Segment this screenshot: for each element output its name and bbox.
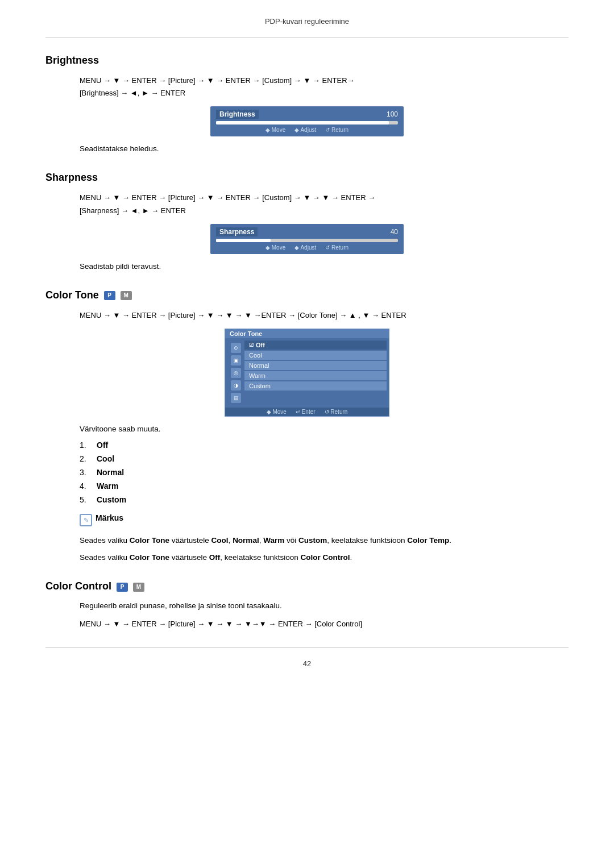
note-title: Märkus [96, 513, 123, 522]
badge-m: M [121, 291, 132, 300]
ct-icon-2: ▣ [231, 355, 241, 366]
colortone-title: Color Tone P M [45, 289, 569, 301]
brightness-controls: ◆ Move ◆ Adjust ↺ Return [216, 127, 398, 133]
section-colorcontrol: Color Control P M Reguleerib eraldi puna… [45, 580, 569, 630]
colortone-body: ⊙ ▣ ◎ ◑ ▤ ☑ Off Cool Normal Warm Custom [225, 338, 389, 408]
note-para-1: Seades valiku Color Tone väärtustele Coo… [80, 534, 569, 547]
brightness-widget: Brightness 100 ◆ Move ◆ Adjust ↺ Return [210, 106, 404, 136]
colortone-item-custom[interactable]: Custom [244, 381, 387, 391]
sharpness-title: Sharpness [45, 172, 569, 184]
note-paragraphs: Seades valiku Color Tone väärtustele Coo… [80, 534, 569, 563]
brightness-menu-path: MENU → ▼ → ENTER → [Picture] → ▼ → ENTER… [80, 74, 569, 99]
sharpness-return: ↺ Return [325, 244, 349, 251]
sharpness-menu-path: MENU → ▼ → ENTER → [Picture] → ▼ → ENTER… [80, 192, 569, 217]
ct-enter: ↵ Enter [296, 409, 316, 415]
sharpness-description: Seadistab pildi teravust. [80, 261, 569, 272]
list-item: 4. Warm [80, 481, 569, 491]
brightness-description: Seadistatakse heledus. [80, 143, 569, 155]
list-item: 3. Normal [80, 468, 569, 477]
badge-m: M [133, 583, 144, 592]
colortone-item-normal[interactable]: Normal [244, 361, 387, 370]
sharpness-slider-fill [216, 239, 271, 242]
ct-icon-4: ◑ [231, 380, 241, 391]
colortone-widget: Color Tone ⊙ ▣ ◎ ◑ ▤ ☑ Off Cool Normal W [225, 329, 389, 417]
colortone-menu-path: MENU → ▼ → ENTER → [Picture] → ▼ → ▼ → ▼… [80, 309, 569, 322]
note-icon: ✎ [80, 514, 92, 526]
sharpness-adjust: ◆ Adjust [294, 244, 316, 251]
check-icon: ☑ [249, 342, 254, 348]
colorcontrol-title: Color Control P M [45, 580, 569, 592]
sharpness-controls: ◆ Move ◆ Adjust ↺ Return [216, 244, 398, 251]
ct-icon-3: ◎ [231, 368, 241, 378]
colortone-item-off[interactable]: ☑ Off [244, 340, 387, 350]
sharpness-move: ◆ Move [265, 244, 285, 251]
badge-p: P [104, 291, 115, 300]
ct-icon-1: ⊙ [231, 343, 241, 353]
colortone-widget-title: Color Tone [225, 329, 389, 338]
section-brightness: Brightness MENU → ▼ → ENTER → [Picture] … [45, 55, 569, 155]
sharpness-widget: Sharpness 40 ◆ Move ◆ Adjust ↺ Return [210, 224, 404, 254]
list-item: 1. Off [80, 441, 569, 450]
page-number: 42 [303, 659, 311, 668]
colortone-footer: ◆ Move ↵ Enter ↺ Return [225, 408, 389, 416]
sharpness-slider-track [216, 239, 398, 242]
ct-icon-5: ▤ [231, 393, 241, 403]
page-container: PDP-kuvari reguleerimine Brightness MENU… [0, 0, 614, 868]
colorcontrol-menu-path: MENU → ▼ → ENTER → [Picture] → ▼ → ▼ → ▼… [80, 618, 569, 630]
brightness-return: ↺ Return [325, 127, 349, 133]
sharpness-widget-label: Sharpness [216, 227, 258, 236]
section-colortone: Color Tone P M MENU → ▼ → ENTER → [Pictu… [45, 289, 569, 564]
note-box: ✎ Märkus [80, 513, 569, 526]
list-item: 2. Cool [80, 454, 569, 463]
brightness-widget-value: 100 [387, 110, 398, 118]
colortone-icons: ⊙ ▣ ◎ ◑ ▤ [227, 340, 244, 405]
section-sharpness: Sharpness MENU → ▼ → ENTER → [Picture] →… [45, 172, 569, 272]
colortone-item-warm[interactable]: Warm [244, 371, 387, 380]
note-para-2: Seades valiku Color Tone väärtusele Off,… [80, 551, 569, 564]
list-item: 5. Custom [80, 495, 569, 504]
sharpness-widget-value: 40 [391, 228, 398, 236]
colortone-list-items: 1. Off 2. Cool 3. Normal 4. Warm 5. Cust… [80, 441, 569, 504]
page-header: PDP-kuvari reguleerimine [45, 11, 569, 38]
colortone-description: Värvitoone saab muuta. [80, 423, 569, 435]
brightness-adjust: ◆ Adjust [294, 127, 316, 133]
page-header-title: PDP-kuvari reguleerimine [265, 17, 349, 26]
brightness-title: Brightness [45, 55, 569, 67]
brightness-slider-fill [216, 121, 389, 124]
page-footer: 42 [45, 647, 569, 674]
brightness-move: ◆ Move [265, 127, 285, 133]
colorcontrol-description: Reguleerib eraldi punase, rohelise ja si… [80, 600, 569, 612]
badge-p: P [117, 583, 128, 592]
colortone-list: ☑ Off Cool Normal Warm Custom [244, 340, 387, 405]
colortone-item-cool[interactable]: Cool [244, 351, 387, 360]
brightness-slider-track [216, 121, 398, 124]
ct-return: ↺ Return [325, 409, 348, 415]
ct-move: ◆ Move [267, 409, 287, 415]
brightness-widget-label: Brightness [216, 110, 259, 119]
